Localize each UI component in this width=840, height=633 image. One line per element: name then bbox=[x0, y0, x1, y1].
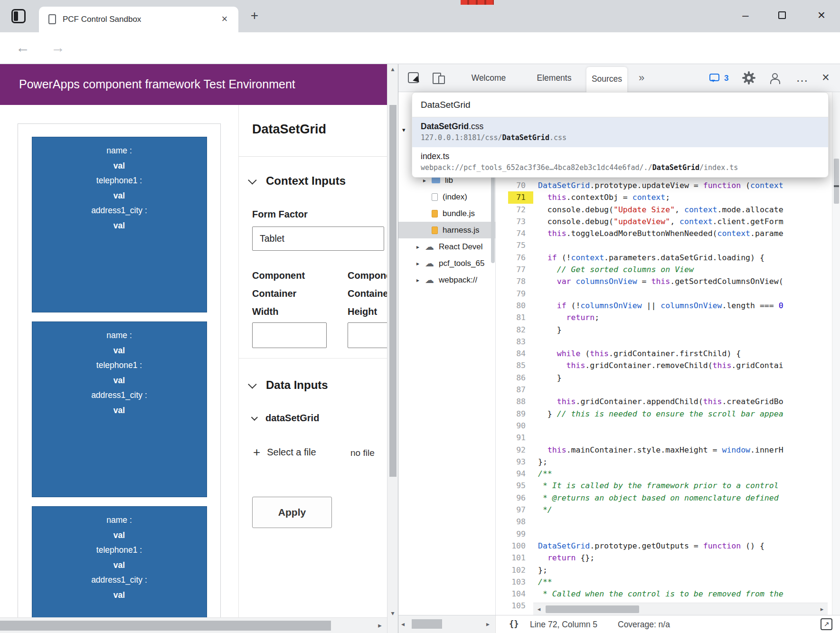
record-card[interactable]: name :valtelephone1 :valaddress1_city :v… bbox=[32, 137, 207, 312]
navigator-item-index[interactable]: (index) bbox=[398, 189, 495, 205]
people-icon[interactable] bbox=[769, 73, 780, 84]
line-number[interactable]: 94 bbox=[496, 468, 533, 480]
scroll-right-icon[interactable]: ▸ bbox=[486, 615, 490, 633]
tab-elements[interactable]: Elements bbox=[532, 64, 576, 92]
line-number[interactable]: 104 bbox=[496, 588, 533, 600]
new-tab-icon[interactable]: + bbox=[245, 7, 264, 26]
line-number[interactable]: 78 bbox=[496, 275, 533, 287]
select-file-button[interactable]: + Select a file bbox=[253, 445, 316, 460]
record-card[interactable]: name :valtelephone1 :valaddress1_city :v… bbox=[32, 506, 207, 617]
tab-actions-icon[interactable] bbox=[11, 9, 26, 23]
line-number[interactable]: 70 bbox=[496, 180, 533, 191]
line-number[interactable]: 105 bbox=[496, 600, 533, 612]
settings-gear-icon[interactable] bbox=[743, 72, 755, 84]
tree-arrow-icon[interactable]: ▸ bbox=[416, 260, 422, 267]
form-factor-select[interactable]: Tablet bbox=[252, 227, 384, 251]
browser-tab[interactable]: PCF Control Sandbox × bbox=[39, 7, 238, 32]
devtools-close-icon[interactable]: × bbox=[815, 64, 836, 91]
back-icon[interactable]: ← bbox=[12, 32, 33, 64]
line-number[interactable]: 95 bbox=[496, 480, 533, 491]
line-number[interactable]: 103 bbox=[496, 576, 533, 588]
page-horizontal-scrollbar[interactable]: ▸ bbox=[0, 617, 387, 633]
scrollbar-thumb[interactable] bbox=[491, 173, 495, 263]
line-number[interactable]: 85 bbox=[496, 359, 533, 371]
quickopen-result[interactable]: index.tswebpack://pcf_tools_652ac3f36e…4… bbox=[412, 147, 828, 177]
line-number[interactable]: 88 bbox=[496, 396, 533, 407]
scrollbar-thumb[interactable] bbox=[412, 619, 442, 629]
line-number[interactable]: 96 bbox=[496, 492, 533, 504]
quick-open-input[interactable]: DataSetGrid bbox=[412, 93, 828, 117]
navigator-scrollbar[interactable] bbox=[491, 173, 495, 296]
tab-close-icon[interactable]: × bbox=[217, 12, 232, 27]
tree-arrow-icon[interactable]: ▸ bbox=[416, 244, 422, 250]
scrollbar-thumb[interactable] bbox=[0, 621, 331, 631]
line-number[interactable]: 82 bbox=[496, 324, 533, 336]
data-inputs-section[interactable]: Data Inputs bbox=[250, 378, 328, 392]
scroll-right-icon[interactable]: ▸ bbox=[817, 603, 827, 615]
page-vertical-scrollbar[interactable]: ▴ ▾ bbox=[387, 64, 398, 633]
container-width-input[interactable] bbox=[252, 322, 327, 348]
tree-root-arrow-icon[interactable]: ▾ bbox=[402, 126, 406, 133]
tree-arrow-icon[interactable]: ▸ bbox=[423, 177, 429, 184]
line-number[interactable]: 81 bbox=[496, 312, 533, 323]
context-inputs-section[interactable]: Context Inputs bbox=[250, 174, 346, 188]
line-number[interactable]: 93 bbox=[496, 456, 533, 468]
line-number[interactable]: 84 bbox=[496, 348, 533, 359]
navigator-item-pcf-tools-65[interactable]: ▸☁pcf_tools_65 bbox=[398, 255, 495, 272]
line-number[interactable]: 73 bbox=[496, 216, 533, 227]
scroll-down-icon[interactable]: ▾ bbox=[387, 609, 398, 617]
line-number[interactable]: 86 bbox=[496, 372, 533, 384]
line-number[interactable]: 89 bbox=[496, 408, 533, 420]
tab-welcome[interactable]: Welcome bbox=[466, 64, 511, 92]
line-number[interactable]: 83 bbox=[496, 336, 533, 348]
console-messages-icon[interactable] bbox=[709, 74, 719, 81]
scroll-up-icon[interactable]: ▴ bbox=[387, 65, 398, 73]
apply-button[interactable]: Apply bbox=[252, 497, 332, 528]
line-number[interactable]: 76 bbox=[496, 252, 533, 264]
line-number[interactable]: 71 bbox=[496, 191, 533, 203]
tab-sources[interactable]: Sources bbox=[586, 67, 627, 92]
messages-count-badge[interactable]: 3 bbox=[724, 64, 728, 92]
editor-horizontal-scrollbar[interactable]: ◂ ▸ bbox=[533, 603, 828, 615]
navigator-item-bundle-js[interactable]: bundle.js bbox=[398, 205, 495, 222]
scroll-left-icon[interactable]: ◂ bbox=[534, 603, 544, 615]
scrollbar-thumb[interactable] bbox=[389, 105, 396, 477]
scrollbar-thumb[interactable] bbox=[834, 159, 839, 204]
line-number[interactable]: 77 bbox=[496, 264, 533, 275]
scroll-left-icon[interactable]: ◂ bbox=[401, 615, 405, 633]
line-number[interactable]: 92 bbox=[496, 444, 533, 456]
forward-icon[interactable]: → bbox=[47, 32, 68, 64]
scroll-right-icon[interactable]: ▸ bbox=[373, 618, 387, 633]
line-number[interactable]: 79 bbox=[496, 288, 533, 300]
open-external-icon[interactable]: ↗ bbox=[821, 618, 832, 630]
devtools-menu-icon[interactable]: … bbox=[793, 65, 812, 90]
container-height-input[interactable] bbox=[348, 322, 387, 348]
dataset-grid-section[interactable]: dataSetGrid bbox=[253, 413, 319, 424]
line-number[interactable]: 80 bbox=[496, 300, 533, 312]
minimize-icon[interactable]: – bbox=[735, 5, 756, 27]
tree-arrow-icon[interactable]: ▸ bbox=[416, 277, 422, 283]
line-number[interactable]: 99 bbox=[496, 528, 533, 540]
editor-vertical-scrollbar[interactable] bbox=[832, 92, 840, 615]
maximize-icon[interactable] bbox=[771, 5, 793, 27]
line-number[interactable]: 72 bbox=[496, 204, 533, 216]
line-number[interactable]: 97 bbox=[496, 504, 533, 516]
line-number[interactable]: 74 bbox=[496, 227, 533, 239]
navigator-item-webpack[interactable]: ▸☁webpack:// bbox=[398, 272, 495, 288]
window-close-icon[interactable]: × bbox=[811, 5, 832, 27]
more-tabs-icon[interactable]: » bbox=[639, 64, 644, 91]
navigator-item-react-devel[interactable]: ▸☁React Devel bbox=[398, 238, 495, 255]
quickopen-result[interactable]: DataSetGrid.css127.0.0.1:8181/css/DataSe… bbox=[412, 117, 828, 147]
line-number[interactable]: 87 bbox=[496, 384, 533, 396]
line-number[interactable]: 100 bbox=[496, 540, 533, 552]
navigator-horizontal-scrollbar[interactable]: ◂ ▸ bbox=[398, 615, 496, 633]
line-number[interactable]: 102 bbox=[496, 564, 533, 576]
line-number[interactable]: 91 bbox=[496, 432, 533, 444]
line-number[interactable]: 75 bbox=[496, 239, 533, 251]
inspect-element-icon[interactable] bbox=[408, 72, 419, 83]
record-card[interactable]: name :valtelephone1 :valaddress1_city :v… bbox=[32, 321, 207, 497]
line-number[interactable]: 90 bbox=[496, 420, 533, 432]
pretty-print-icon[interactable]: {} bbox=[509, 615, 519, 633]
line-number[interactable]: 101 bbox=[496, 552, 533, 564]
scrollbar-thumb[interactable] bbox=[546, 605, 639, 613]
